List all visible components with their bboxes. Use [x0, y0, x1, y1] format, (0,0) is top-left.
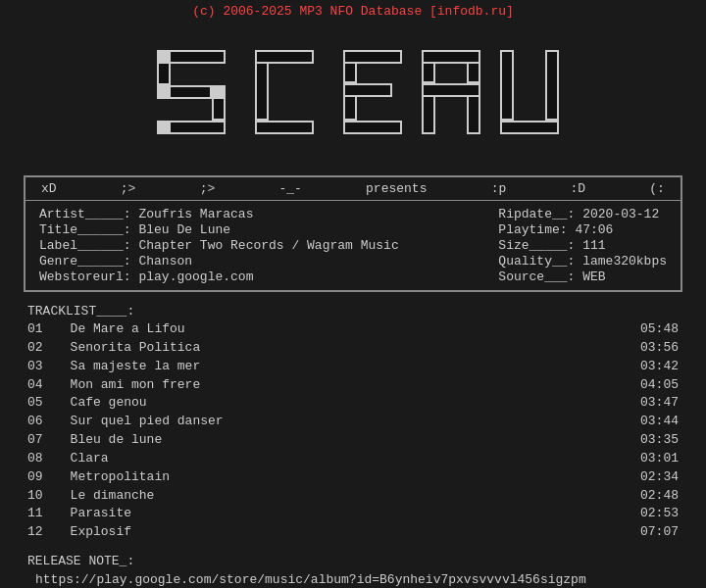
header-d: :D: [570, 181, 585, 196]
ripdate-val: 2020-03-12: [582, 207, 659, 221]
header-1: ;>: [121, 181, 136, 196]
playtime-label: Playtime:: [498, 222, 567, 237]
track-row: 05 Cafe genou03:47: [27, 394, 679, 413]
header-paren: (:: [649, 181, 665, 196]
tracklist-container: 01 De Mare a Lifou05:4802 Senorita Polit…: [27, 320, 679, 542]
track-num: 04: [27, 376, 55, 395]
ripdate-row: Ripdate__: 2020-03-12: [498, 207, 667, 221]
header-presents: presents: [366, 181, 427, 196]
track-title: Cafe genou: [55, 394, 630, 413]
track-row: 03 Sa majeste la mer03:42: [27, 358, 679, 376]
svg-rect-29: [424, 52, 479, 62]
source-row: Source___: WEB: [498, 270, 667, 284]
copyright-text: (c) 2006-2025 MP3 NFO Database [infodb.r…: [0, 0, 706, 21]
tracklist-header: TRACKLIST____:: [27, 304, 679, 318]
info-right: Ripdate__: 2020-03-12 Playtime: 47:06 Si…: [498, 207, 667, 284]
track-num: 02: [27, 339, 55, 358]
track-time: 04:05: [630, 376, 679, 395]
size-row: Size_____: 111: [498, 238, 667, 253]
svg-rect-34: [469, 97, 479, 132]
track-time: 03:44: [630, 413, 679, 431]
track-row: 01 De Mare a Lifou05:48: [27, 320, 679, 339]
svg-rect-38: [502, 52, 512, 119]
track-row: 12 Explosif07:07: [27, 523, 679, 542]
label-label: Label______:: [39, 238, 131, 253]
track-title: Le dimanche: [55, 487, 630, 506]
genre-val: Chanson: [138, 254, 192, 269]
header-xd: xD: [41, 181, 57, 196]
track-time: 02:34: [630, 468, 679, 487]
svg-rect-31: [469, 64, 479, 81]
playtime-val: 47:06: [575, 222, 613, 237]
artist-row: Artist_____: Zoufris Maracas: [39, 207, 399, 221]
webstore-row: Webstoreurl: play.google.com: [39, 270, 399, 284]
svg-rect-5: [171, 52, 224, 62]
svg-rect-6: [159, 64, 169, 83]
genre-label: Genre______:: [39, 254, 131, 269]
track-time: 07:07: [630, 523, 679, 542]
artist-val: Zoufris Maracas: [138, 207, 253, 221]
info-border-box: xD ;> ;> -_- presents :p :D (: Artist___…: [24, 175, 682, 292]
svg-rect-7: [171, 87, 210, 97]
track-time: 03:01: [630, 450, 679, 468]
track-time: 02:53: [630, 505, 679, 523]
label-val: Chapter Two Records / Wagram Music: [138, 238, 398, 253]
svg-rect-30: [424, 64, 433, 81]
track-num: 01: [27, 320, 55, 339]
info-left: Artist_____: Zoufris Maracas Title______…: [39, 207, 399, 284]
track-title: Sa majeste la mer: [55, 358, 630, 376]
track-title: Clara: [55, 450, 630, 468]
svg-rect-15: [257, 122, 312, 132]
track-row: 08 Clara03:01: [27, 450, 679, 468]
track-row: 10 Le dimanche02:48: [27, 487, 679, 506]
label-row: Label______: Chapter Two Records / Wagra…: [39, 238, 399, 253]
track-num: 10: [27, 487, 55, 506]
track-title: De Mare a Lifou: [55, 320, 630, 339]
track-time: 05:48: [630, 320, 679, 339]
track-title: Parasite: [55, 505, 630, 523]
track-num: 08: [27, 450, 55, 468]
track-num: 06: [27, 413, 55, 431]
svg-rect-40: [502, 122, 557, 132]
ripdate-label: Ripdate__:: [498, 207, 575, 221]
logo-letter-a: [422, 50, 480, 134]
track-row: 06 Sur quel pied danser03:44: [27, 413, 679, 431]
track-time: 02:48: [630, 487, 679, 506]
title-val: Bleu De Lune: [138, 222, 230, 237]
release-url: https://play.google.com/store/music/albu…: [27, 572, 679, 587]
title-row: Title______: Bleu De Lune: [39, 222, 399, 237]
svg-rect-9: [171, 122, 224, 132]
track-title: Mon ami mon frere: [55, 376, 630, 395]
track-title: Bleu de lune: [55, 431, 630, 450]
logo-letter-e: [343, 50, 402, 134]
track-time: 03:42: [630, 358, 679, 376]
svg-rect-14: [257, 64, 267, 119]
quality-val: lame320kbps: [582, 254, 667, 269]
track-num: 11: [27, 505, 55, 523]
quality-label: Quality__:: [498, 254, 575, 269]
svg-rect-8: [214, 99, 224, 119]
quality-row: Quality__: lame320kbps: [498, 254, 667, 269]
main-content: TRACKLIST____: 01 De Mare a Lifou05:4802…: [0, 296, 706, 587]
track-num: 05: [27, 394, 55, 413]
size-label: Size_____:: [498, 238, 575, 253]
webstore-label: Webstoreurl:: [39, 270, 131, 284]
svg-rect-39: [547, 52, 557, 119]
info-block: Artist_____: Zoufris Maracas Title______…: [25, 201, 681, 290]
playtime-row: Playtime: 47:06: [498, 222, 667, 237]
title-label: Title______:: [39, 222, 131, 237]
track-title: Senorita Politica: [55, 339, 630, 358]
track-row: 02 Senorita Politica03:56: [27, 339, 679, 358]
logo-letter-c: [255, 50, 314, 134]
genre-row: Genre______: Chanson: [39, 254, 399, 269]
header-p: :p: [491, 181, 507, 196]
track-time: 03:56: [630, 339, 679, 358]
track-time: 03:35: [630, 431, 679, 450]
svg-rect-20: [345, 52, 400, 62]
track-row: 04 Mon ami mon frere04:05: [27, 376, 679, 395]
track-title: Explosif: [55, 523, 630, 542]
track-num: 03: [27, 358, 55, 376]
svg-rect-22: [345, 85, 390, 95]
artist-label: Artist_____:: [39, 207, 131, 221]
size-val: 111: [582, 238, 605, 253]
